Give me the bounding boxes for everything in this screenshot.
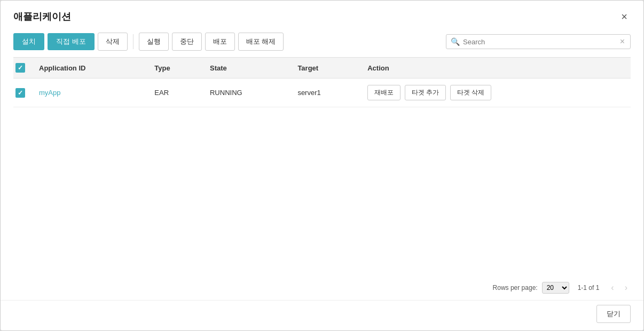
row-state: RUNNING <box>203 78 291 107</box>
prev-page-button[interactable]: ‹ <box>608 282 617 293</box>
rows-per-page-select[interactable]: 20 50 100 <box>542 282 569 294</box>
undeploy-button[interactable]: 배포 해제 <box>238 33 284 51</box>
dialog-title: 애플리케이션 <box>13 10 71 23</box>
row-app-id: myApp <box>33 78 148 107</box>
table-row: myApp EAR RUNNING server1 재배포 타겟 추가 타겟 삭… <box>13 78 631 107</box>
run-button[interactable]: 실행 <box>139 33 169 51</box>
dialog-footer: 닫기 <box>1 300 643 330</box>
application-dialog: 애플리케이션 × 설치 직접 베포 삭제 실행 중단 배포 배포 해제 🔍 × … <box>0 0 644 331</box>
header-target: Target <box>291 58 361 78</box>
direct-deploy-button[interactable]: 직접 베포 <box>48 33 95 50</box>
dialog-header: 애플리케이션 × <box>1 1 643 28</box>
row-checkbox-cell <box>13 78 33 107</box>
app-id-link[interactable]: myApp <box>39 89 60 97</box>
search-clear-button[interactable]: × <box>619 37 626 46</box>
redeploy-button[interactable]: 재배포 <box>367 85 400 100</box>
install-button[interactable]: 설치 <box>13 33 44 50</box>
row-type: EAR <box>148 78 203 107</box>
header-checkbox-cell <box>13 58 33 78</box>
close-icon-button[interactable]: × <box>618 10 631 23</box>
header-state: State <box>203 58 291 78</box>
applications-table: Application ID Type State Target Action … <box>13 57 631 107</box>
footer-close-button[interactable]: 닫기 <box>596 305 631 323</box>
header-app-id: Application ID <box>33 58 148 78</box>
row-checkbox[interactable] <box>15 88 25 98</box>
search-box: 🔍 × <box>446 34 631 49</box>
header-type: Type <box>148 58 203 78</box>
table-header-row: Application ID Type State Target Action <box>13 58 631 78</box>
header-action: Action <box>361 58 631 78</box>
select-all-checkbox[interactable] <box>15 63 25 73</box>
row-actions: 재배포 타겟 추가 타겟 삭제 <box>361 78 631 107</box>
deploy-button[interactable]: 배포 <box>205 33 235 51</box>
add-target-button[interactable]: 타겟 추가 <box>405 85 446 100</box>
rows-per-page-label: Rows per page: <box>493 284 538 291</box>
row-target: server1 <box>291 78 361 107</box>
toolbar-separator <box>133 34 133 49</box>
page-info: 1-1 of 1 <box>578 284 600 291</box>
toolbar: 설치 직접 베포 삭제 실행 중단 배포 배포 해제 🔍 × <box>1 28 643 57</box>
delete-target-button[interactable]: 타겟 삭제 <box>450 85 491 100</box>
pagination: Rows per page: 20 50 100 1-1 of 1 ‹ › <box>1 278 643 300</box>
next-page-button[interactable]: › <box>622 282 631 293</box>
table-container: Application ID Type State Target Action … <box>1 57 643 278</box>
stop-button[interactable]: 중단 <box>172 33 202 51</box>
search-icon: 🔍 <box>451 37 460 46</box>
delete-button[interactable]: 삭제 <box>98 33 128 51</box>
search-input[interactable] <box>463 38 619 46</box>
